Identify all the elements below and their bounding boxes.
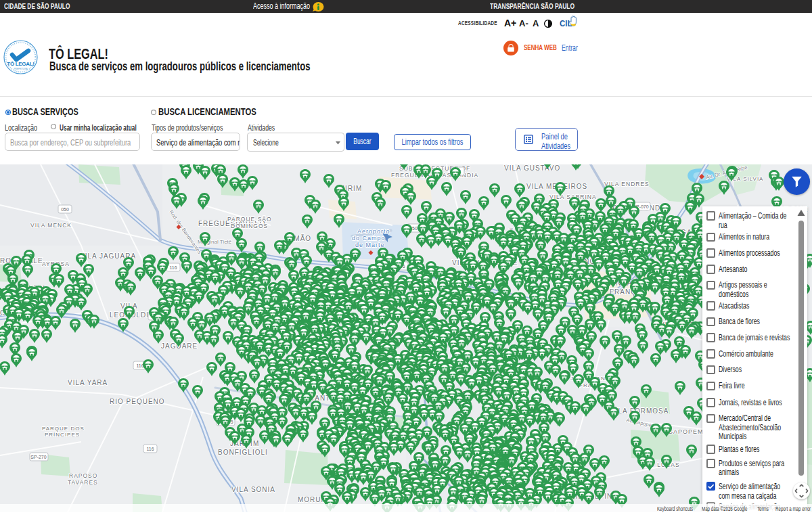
svg-text:do Campo: do Campo [352, 235, 386, 242]
svg-text:VILA YARA: VILA YARA [68, 379, 108, 386]
svg-text:RIO PEQUENO: RIO PEQUENO [110, 398, 165, 405]
svg-text:PRÍNCIPES: PRÍNCIPES [45, 432, 80, 438]
svg-text:VILA FORMOSA: VILA FORMOSA [610, 407, 669, 415]
svg-text:116: 116 [136, 363, 143, 368]
svg-text:BONFIGLIOLI: BONFIGLIOLI [218, 449, 268, 456]
svg-text:TAVARES: TAVARES [68, 479, 98, 486]
svg-text:VILA MENCK: VILA MENCK [30, 222, 72, 229]
svg-text:TÔ LEGAL!: TÔ LEGAL! [7, 61, 34, 67]
svg-text:Aeroporto: Aeroporto [357, 228, 390, 235]
svg-text:VILA SONIA: VILA SONIA [231, 486, 275, 493]
svg-text:PARQUE DOS: PARQUE DOS [42, 426, 85, 432]
svg-text:de Marte: de Marte [355, 242, 385, 248]
svg-text:116: 116 [146, 447, 154, 451]
svg-text:PREFEITURA: PREFEITURA [14, 68, 28, 70]
svg-text:116: 116 [169, 265, 177, 270]
svg-text:PARQUE SÃO: PARQUE SÃO [227, 216, 272, 223]
svg-text:RAPOSO: RAPOSO [69, 472, 97, 479]
svg-text:VILA GUSTAVO: VILA GUSTAVO [504, 164, 560, 172]
svg-text:SP-270: SP-270 [30, 455, 46, 459]
svg-text:050: 050 [61, 207, 69, 212]
